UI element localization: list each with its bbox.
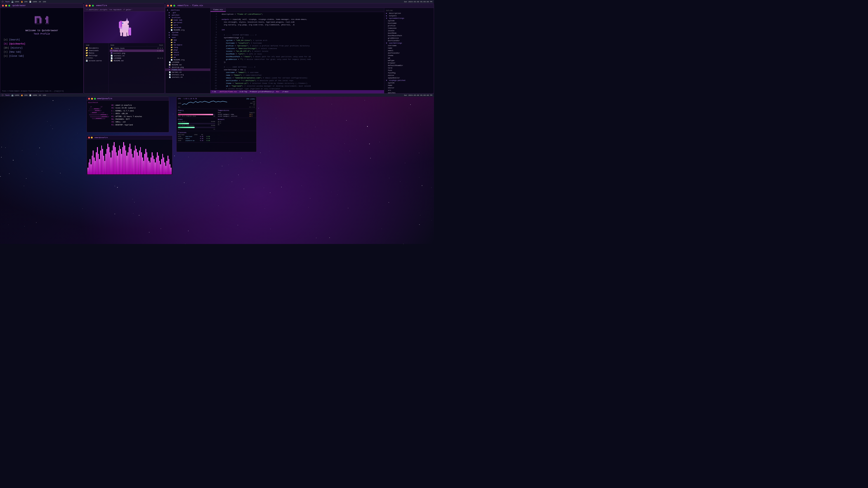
outline-outputs[interactable]: ▶ outputs xyxy=(384,14,434,17)
tree-item-label: install.org xyxy=(172,74,184,76)
sysmon-100pct: 100% xyxy=(178,103,181,104)
tree-worklab[interactable]: 📁 worklab xyxy=(165,26,210,29)
fm-item-settings[interactable]: 📁 Settings xyxy=(85,54,107,57)
fm-close-btn[interactable] xyxy=(86,5,88,6)
visualizer-title: emmet@snowfire xyxy=(94,137,108,138)
tree-app[interactable]: 📁 app xyxy=(165,39,210,41)
editor-max-btn[interactable] xyxy=(174,5,175,6)
outline-system[interactable]: system xyxy=(384,20,434,22)
tree-themes[interactable]: ▶ themes xyxy=(165,34,210,36)
outline-grubdevice[interactable]: grubDevice xyxy=(384,37,434,39)
outline-name[interactable]: name xyxy=(384,47,434,49)
tree-flake-nix[interactable]: ❄ flake.nix xyxy=(165,68,210,71)
outline-dotfilesdir2[interactable]: dotfilesDir xyxy=(384,52,434,54)
outline-np-system[interactable]: system xyxy=(384,82,434,84)
outline-profile[interactable]: profile xyxy=(384,24,434,27)
fm-file-readme[interactable]: 📝 README.md xyxy=(110,59,164,62)
outline-nixpkgs-patched[interactable]: ▼ nixpkgs-patched xyxy=(384,79,434,82)
outline-np-editor[interactable]: editor xyxy=(384,87,434,89)
outline-font[interactable]: font xyxy=(384,69,434,72)
sysmon-proc-title: Processes xyxy=(178,132,255,133)
outline-email[interactable]: email xyxy=(384,49,434,52)
outline-wmtype[interactable]: wmType xyxy=(384,59,434,62)
fm-file-flake-nix[interactable]: ❄ flake.nix 2.26 K xyxy=(110,50,164,52)
tree-work[interactable]: 📁 work xyxy=(165,24,210,26)
tree-root[interactable]: ▼ .dotfiles xyxy=(165,9,210,11)
outline-usersettings[interactable]: ▼ userSettings xyxy=(384,42,434,44)
viz-close-btn[interactable] xyxy=(88,137,90,138)
outline-theme[interactable]: theme xyxy=(384,54,434,57)
tree-desktop-png[interactable]: 🖼 desktop.png xyxy=(165,66,210,68)
outline-browser[interactable]: browser xyxy=(384,62,434,64)
tree-hardware[interactable]: 📁 hardware xyxy=(165,43,210,46)
editor-min-btn[interactable] xyxy=(170,5,172,6)
outline-locale[interactable]: locale xyxy=(384,29,434,32)
outline-np-patches[interactable]: patches xyxy=(384,92,434,93)
win-max-btn[interactable] xyxy=(8,5,10,6)
outline-label: locale xyxy=(388,30,395,32)
tree-system[interactable]: ▶ system xyxy=(165,31,210,34)
outline-username[interactable]: username xyxy=(384,44,434,47)
outline-systemsettings[interactable]: ▼ systemSettings xyxy=(384,17,434,20)
outline-np-src[interactable]: src xyxy=(384,89,434,92)
outline-bootmountpath[interactable]: bootMountPath xyxy=(384,34,434,37)
fm-item-downloads[interactable]: 📁 Downloads xyxy=(85,49,107,52)
browser-link-closetab[interactable]: [x] [Close tab] xyxy=(4,54,80,58)
browser-link-quickmarks[interactable]: [b] [Quickmarks] xyxy=(4,42,80,46)
tree-readme2[interactable]: 📄 README.org xyxy=(165,59,210,61)
fm-item-octave[interactable]: 💾 octave-works xyxy=(85,59,107,62)
outline-spawneditor[interactable]: spawnEditor xyxy=(384,76,434,79)
neofetch-close-btn[interactable] xyxy=(88,98,90,100)
outline-dotfilesdir[interactable]: dotfilesDir xyxy=(384,39,434,42)
outline-fontpkg[interactable]: fontPkg xyxy=(384,72,434,74)
tree-install-org[interactable]: 📄 install.org xyxy=(165,73,210,76)
editor-tab-flake[interactable]: flake.nix xyxy=(211,8,226,12)
browser-link-history[interactable]: [$h] [History] xyxy=(4,46,80,50)
viz-min-btn[interactable] xyxy=(91,137,93,138)
neofetch-max-btn[interactable] xyxy=(94,98,96,100)
outline-description[interactable]: ▶ description xyxy=(384,12,434,14)
outline-wm[interactable]: wm xyxy=(384,57,434,59)
outline-np-name[interactable]: name xyxy=(384,84,434,87)
outline-timezone[interactable]: timezone xyxy=(384,27,434,29)
outline-editor[interactable]: editor xyxy=(384,74,434,76)
tree-wm[interactable]: 📁 wm xyxy=(165,56,210,59)
tree-style[interactable]: 📁 style xyxy=(165,54,210,56)
fm-max-btn[interactable] xyxy=(92,5,94,6)
tree-patches[interactable]: ▶ patches xyxy=(165,14,210,16)
win-close-btn[interactable] xyxy=(2,5,4,6)
win-min-btn[interactable] xyxy=(5,5,7,6)
tree-de[interactable]: 📁 de xyxy=(165,41,210,43)
tree-license[interactable]: 📄 LICENSE xyxy=(165,61,210,64)
fm-min-btn[interactable] xyxy=(89,5,91,6)
outline-hostname[interactable]: hostname xyxy=(384,22,434,24)
fm-item-documents[interactable]: 📁 Documents xyxy=(85,47,107,49)
fm-file-install-png[interactable]: 🖼 install.png xyxy=(110,52,164,55)
tree-git[interactable]: ▶ .git xyxy=(165,11,210,14)
tree-lang[interactable]: 📁 lang xyxy=(165,46,210,48)
browser-link-search[interactable]: [o] [Search] xyxy=(4,38,80,42)
fm-item-media[interactable]: 📁 Media xyxy=(85,52,107,54)
tree-readme-org[interactable]: 📄 README.org xyxy=(165,29,210,31)
folder-icon: ▶ xyxy=(169,14,171,16)
editor-close-btn[interactable] xyxy=(167,5,169,6)
fm-file-license[interactable]: 📄 LICENSE 34.2 K xyxy=(110,57,164,59)
tree-install-sh[interactable]: 📄 install.sh xyxy=(165,76,210,78)
sysmon-disk-labels: 60s 0% xyxy=(178,129,215,130)
tree-user[interactable]: ▼ user xyxy=(165,36,210,39)
fm-col-name-header: Name xyxy=(111,44,152,46)
tree-readme-md[interactable]: 📝 README.md xyxy=(165,64,210,66)
fm-file-install-sh[interactable]: 📄 install.sh xyxy=(110,55,164,57)
browser-link-newtab[interactable]: [t] [New tab] xyxy=(4,50,80,54)
fm-file-flake-lock[interactable]: 🔒 flake.lock 27.5 K xyxy=(110,47,164,50)
outline-defaultroamdir[interactable]: defaultRoamDir xyxy=(384,64,434,67)
tree-shell[interactable]: 📁 shell xyxy=(165,51,210,54)
tree-profiles[interactable]: ▼ profiles xyxy=(165,16,210,19)
tree-personal[interactable]: 📁 personal xyxy=(165,21,210,24)
tree-homelab[interactable]: 📁 home lab xyxy=(165,19,210,21)
outline-bootmode[interactable]: bootMode xyxy=(384,32,434,34)
outline-term[interactable]: term xyxy=(384,67,434,69)
neofetch-min-btn[interactable] xyxy=(91,98,93,100)
tree-harden-sh[interactable]: 📄 harden.sh xyxy=(165,71,210,73)
tree-pkgs[interactable]: 📁 pkgs xyxy=(165,48,210,51)
